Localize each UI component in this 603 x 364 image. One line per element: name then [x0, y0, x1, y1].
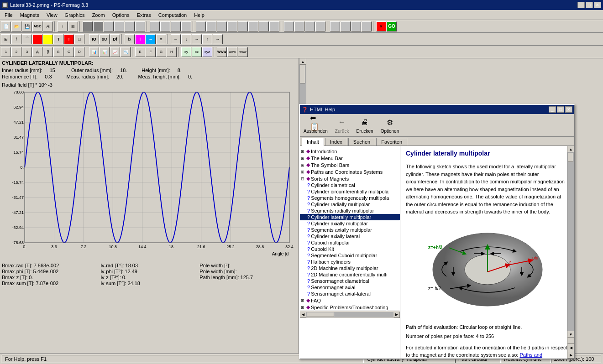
tree-symbol-bars[interactable]: ⊞ ◆ The Symbol Bars [300, 161, 400, 168]
tb-b2[interactable] [93, 21, 103, 31]
tb2-eq[interactable]: ≡ [156, 34, 166, 44]
tb-b5[interactable] [125, 21, 135, 31]
tree-cylinder-radially[interactable]: ? Cylinder radially multipolar [300, 201, 400, 208]
tree-cylinder-axially-lateral[interactable]: ? Cylinder axially lateral [300, 233, 400, 239]
tb-b20[interactable] [294, 21, 304, 31]
maximize-btn[interactable]: □ [586, 2, 593, 8]
menu-zoom[interactable]: Zoom [89, 11, 109, 19]
tb3-xy[interactable]: xy [181, 47, 191, 57]
tb3-chart1[interactable]: 📊 [89, 47, 99, 57]
tb-b8[interactable] [160, 21, 170, 31]
tb-open[interactable]: 📂 [11, 21, 21, 31]
tb3-b12[interactable]: H [167, 47, 177, 57]
tb-b16[interactable] [248, 21, 258, 31]
tb2-arr1[interactable]: ← [171, 34, 181, 44]
tb-b23[interactable] [330, 21, 340, 31]
tb3-chart2[interactable]: 📊 [100, 47, 110, 57]
tree-introduction[interactable]: ⊞ ◆ Introduction [300, 148, 400, 155]
menu-extras[interactable]: Extras [133, 11, 155, 19]
scroll-thumb[interactable] [300, 65, 305, 83]
help-minimize-btn[interactable]: _ [549, 106, 556, 113]
tb-b9[interactable] [171, 21, 181, 31]
optionen-btn[interactable]: ⚙ Optionen [381, 117, 399, 134]
scroll-left-btn[interactable]: ◀ [300, 312, 306, 318]
tb2-arr2[interactable]: ↓ [181, 34, 191, 44]
tb2-arr4[interactable]: ↑ [202, 34, 212, 44]
menu-magnets[interactable]: Magnets [16, 11, 43, 19]
tb2-minus[interactable]: − [146, 34, 156, 44]
tab-inhalt[interactable]: Inhalt [302, 138, 324, 146]
tree-segments-radially[interactable]: ? Segments radially multipolar [300, 208, 400, 214]
tb-b27[interactable]: ✕ [376, 21, 386, 31]
tb3-b3[interactable]: 3 [22, 47, 32, 57]
tree-segmented-cuboid[interactable]: ? Segmented Cuboid multipolar [300, 252, 400, 259]
tb2-so[interactable]: sO [100, 34, 110, 44]
tb-b14[interactable] [227, 21, 237, 31]
tb-b1[interactable] [83, 21, 93, 31]
tree-menu-bar[interactable]: ⊞ ◆ The Menu Bar [300, 155, 400, 161]
tb-b6[interactable] [135, 21, 145, 31]
tb-new[interactable]: 📄 [1, 21, 11, 31]
menu-file[interactable]: File [1, 11, 16, 19]
tb2-io[interactable]: IO [89, 34, 99, 44]
content-scroll-down[interactable]: ▼ [567, 331, 574, 338]
tree-faq[interactable]: ⊞ ◆ FAQ [300, 297, 400, 304]
tb-b21[interactable] [305, 21, 315, 31]
tb-up-arrow[interactable]: ↑ [58, 21, 68, 31]
tb2-fx[interactable]: fx [125, 34, 135, 44]
tb3-b5[interactable]: β [43, 47, 53, 57]
tb3-b2[interactable]: 2 [11, 47, 21, 57]
tb-go[interactable]: GO [387, 21, 397, 31]
tb-b3[interactable] [104, 21, 114, 31]
tb2-b2[interactable]: / [11, 34, 21, 44]
tb2-b8[interactable]: □ [74, 34, 84, 44]
tb-b26[interactable] [362, 21, 372, 31]
tb3-b9[interactable]: E [135, 47, 145, 57]
tb-b4[interactable] [114, 21, 124, 31]
tree-cuboid-multipolar[interactable]: ? Cuboid multipolar [300, 239, 400, 246]
close-btn[interactable]: ✕ [594, 2, 601, 8]
tb-print[interactable]: 🖨 [43, 21, 53, 31]
tb3-b11[interactable]: G [156, 47, 166, 57]
tree-cylinder-axially[interactable]: ? Cylinder axially multipolar [300, 220, 400, 227]
content-scroll-up[interactable]: ▲ [567, 146, 574, 152]
menu-view[interactable]: View [43, 11, 61, 19]
tree-cylinder-circumferential[interactable]: ? Cylinder circumferentially multipola [300, 188, 400, 195]
tree-cylinder-diametrical[interactable]: ? Cylinder diametrical [300, 182, 400, 188]
tree-cylinder-laterally[interactable]: ? Cylinder laterally multipolar [300, 214, 400, 220]
tb3-chart4[interactable]: 📉 [121, 47, 131, 57]
tb2-arr3[interactable]: → [192, 34, 202, 44]
tb3-chart3[interactable]: 📈 [110, 47, 120, 57]
tb2-b7[interactable]: T [64, 34, 74, 44]
tb3-www2[interactable]: www [227, 47, 237, 57]
tree-specific-problems[interactable]: ⊞ ◆ Specific Problems/Troubleshooting [300, 304, 400, 311]
tb3-b8[interactable]: D [74, 47, 84, 57]
menu-help[interactable]: Help [190, 11, 208, 19]
tb-b18[interactable] [269, 21, 279, 31]
tree-2d-circumferentially[interactable]: ? 2D Machine circumferentially multi [300, 271, 400, 278]
tb-text[interactable]: ABC [32, 21, 42, 31]
tb-b22[interactable] [315, 21, 325, 31]
tab-index[interactable]: Index [325, 138, 347, 146]
tree-segments-homogenous[interactable]: ? Segments homogenously multipola [300, 195, 400, 201]
tb3-b1[interactable]: 1 [1, 47, 11, 57]
tb-b24[interactable] [341, 21, 351, 31]
tb3-xz[interactable]: xz [192, 47, 202, 57]
tree-cuboid-kit[interactable]: ? Cuboid Kit [300, 246, 400, 252]
tree-halbach[interactable]: ? Halbach cylinders [300, 259, 400, 265]
tb-b17[interactable] [259, 21, 269, 31]
tab-favoriten[interactable]: Favoriten [376, 138, 407, 146]
tb2-arr5[interactable]: ↔ [213, 34, 223, 44]
tree-sensor-axial-lateral[interactable]: ? Sensormagnet axial-lateral [300, 291, 400, 297]
tab-suchen[interactable]: Suchen [348, 138, 375, 146]
tb2-b5[interactable] [43, 34, 53, 44]
ausblenden-btn[interactable]: ⬅📋 Ausblenden [304, 117, 328, 134]
tb3-b10[interactable]: F [146, 47, 156, 57]
menu-computation[interactable]: Computation [155, 11, 190, 19]
tree-2d-radially[interactable]: ? 2D Machine radially multipolar [300, 265, 400, 271]
content-prev-btn[interactable]: ◀ [567, 344, 574, 351]
menu-graphics[interactable]: Graphics [61, 11, 89, 19]
tb-b11[interactable] [196, 21, 206, 31]
tree-paths[interactable]: ⊞ ◆ Paths and Coordinates Systems [300, 168, 400, 175]
tree-sorts[interactable]: ⊟ ◆ Sorts of Magnets [300, 175, 400, 182]
